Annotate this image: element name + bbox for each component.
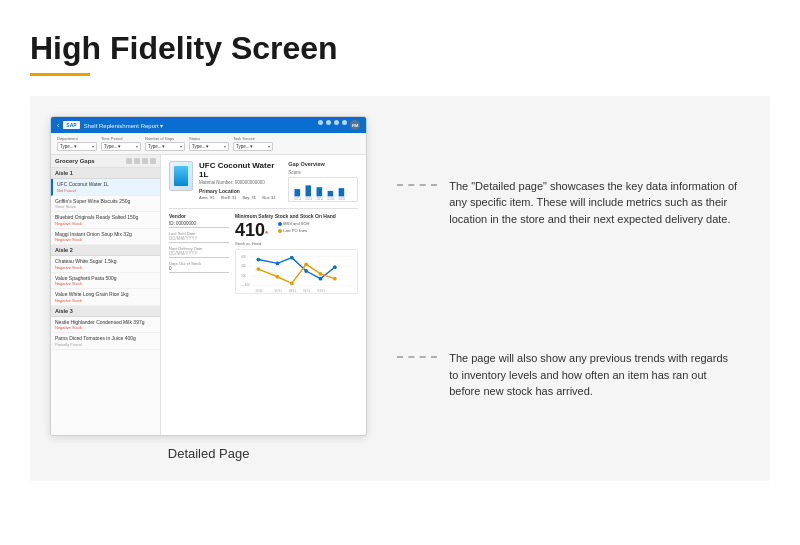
annotation-line-2 — [397, 350, 437, 358]
svg-rect-1 — [306, 185, 312, 196]
svg-text:25/11: 25/11 — [306, 197, 313, 201]
status-filter-label: Status — [189, 136, 229, 141]
title-underline — [30, 73, 90, 76]
svg-rect-2 — [317, 187, 323, 196]
svg-text:01/11: 01/11 — [303, 289, 311, 293]
more-action-icon[interactable] — [142, 158, 148, 164]
sap-topbar: ‹ SAP Shelf Replenishment Report ▾ RM — [51, 117, 366, 133]
list-item[interactable]: Value White Long Grain Rice 1kg Negative… — [51, 289, 160, 306]
divider — [169, 208, 358, 209]
aisle1-header: Aisle 1 — [51, 168, 160, 179]
gaps-select[interactable]: Type...▾ — [145, 142, 185, 151]
department-label: Department — [57, 136, 97, 141]
product-header: UFC Coconut Water 1L Material Number: 00… — [169, 161, 358, 202]
aisle2-header: Aisle 2 — [51, 245, 160, 256]
dashed-line-2 — [397, 356, 437, 358]
annotation-text-1: The "Detailed page" showcases the key da… — [449, 178, 740, 228]
list-item[interactable]: Maggi Instant Onion Soup Mix 32g Negativ… — [51, 229, 160, 246]
svg-text:600: 600 — [241, 255, 246, 259]
product-info: UFC Coconut Water 1L Material Number: 00… — [199, 161, 282, 202]
legend-last-po: Last PO lines — [278, 228, 307, 233]
next-delivery-row: Next Delivery Date DD/MM/YYYY — [169, 246, 229, 258]
gap-overview-label: Gap Overview — [288, 161, 358, 167]
stock-legend: MSS and SOH — [278, 221, 309, 226]
stock-on-hand-label: Stock on Hand — [235, 241, 268, 246]
svg-point-26 — [290, 282, 294, 286]
list-item[interactable]: Nestle Highlander Condensed Milk 397g Ne… — [51, 317, 160, 334]
svg-point-21 — [304, 269, 308, 273]
filter-action-icon[interactable] — [126, 158, 132, 164]
trend-chart-svg: 600 400 200 — 400 — [236, 250, 357, 293]
vendor-id-row: ID: 00000000 — [169, 221, 229, 228]
last-sold-value[interactable]: DD/MM/YYYY — [169, 236, 229, 243]
sap-report-title: Shelf Replenishment Report ▾ — [84, 122, 315, 129]
list-item[interactable]: Pams Diced Tomatoes in Juice 400g Partia… — [51, 333, 160, 350]
last-sold-row: Last Sold Date DD/MM/YYYY — [169, 231, 229, 243]
gap-overview-section: Gap Overview Scans — [288, 161, 358, 202]
sort-action-icon[interactable] — [134, 158, 140, 164]
svg-rect-4 — [339, 188, 345, 196]
legend-dot-orange — [278, 229, 282, 233]
svg-text:03/11: 03/11 — [339, 197, 346, 201]
svg-rect-3 — [328, 191, 334, 197]
primary-location-label: Primary Location — [199, 188, 282, 194]
svg-text:01/11: 01/11 — [328, 197, 335, 201]
product-status: Negative Stock — [55, 281, 156, 286]
svg-text:28/11: 28/11 — [317, 197, 324, 201]
detail-panel: UFC Coconut Water 1L Material Number: 00… — [161, 155, 366, 436]
product-status: Negative Stock — [55, 237, 156, 242]
time-period-select[interactable]: Type...▾ — [101, 142, 141, 151]
min-safety-label: Minimum Safety Stock and Stock On Hand — [235, 213, 358, 219]
location-details: Area: S1 Shelf: 31 Bay: 31 Slot: 31 — [199, 195, 282, 200]
list-item[interactable]: Value Spaghetti Pasta 500g Negative Stoc… — [51, 273, 160, 290]
notifications-icon[interactable] — [342, 120, 347, 125]
product-status: Negative Stock — [55, 265, 156, 270]
svg-point-27 — [304, 262, 308, 266]
last-po-legend: Last PO lines — [278, 228, 309, 233]
location-bay: Bay: 31 — [242, 195, 256, 200]
list-item[interactable]: Griffin's Super Wine Biscuits 250g Store… — [51, 196, 160, 213]
svg-point-19 — [276, 261, 280, 265]
filters-bar: Department Type...▾ Time Period Type...▾… — [51, 133, 366, 155]
status-value: Type... — [192, 144, 206, 149]
sidebar-panel: Grocery Gaps Aisle 1 UFC Coconut Wat — [51, 155, 161, 436]
stock-asterisk: * — [265, 229, 268, 238]
product-status: Store Stock — [55, 204, 156, 209]
list-item[interactable]: Chateau White Sugar 1.5kg Negative Stock — [51, 256, 160, 273]
location-shelf: Shelf: 31 — [221, 195, 237, 200]
big-number-wrapper: 410* Stock on Hand — [235, 221, 268, 246]
list-item[interactable]: UFC Coconut Water 1L Not Found — [51, 179, 160, 196]
department-select[interactable]: Type...▾ — [57, 142, 97, 151]
svg-point-28 — [319, 272, 323, 276]
annotation-block-1: The "Detailed page" showcases the key da… — [397, 178, 740, 228]
trend-chart: 600 400 200 — 400 — [235, 249, 358, 294]
svg-point-29 — [333, 277, 337, 281]
svg-text:03/11: 03/11 — [318, 289, 326, 293]
vendor-label: Vendor — [169, 213, 229, 219]
sap-toolbar-icons: RM — [318, 120, 360, 130]
days-out-row: Days Out of Stock 0 — [169, 261, 229, 273]
collapse-action-icon[interactable] — [150, 158, 156, 164]
task-source-select[interactable]: Type...▾ — [233, 142, 273, 151]
gaps-filter: Number of Gaps Type...▾ — [145, 136, 185, 151]
svg-point-25 — [276, 275, 280, 279]
svg-rect-0 — [295, 189, 301, 196]
svg-text:22/11: 22/11 — [256, 289, 264, 293]
avatar[interactable]: RM — [350, 120, 360, 130]
product-status: Not Found — [57, 188, 156, 193]
search-icon[interactable] — [318, 120, 323, 125]
dashed-line-1 — [397, 184, 437, 186]
svg-text:400: 400 — [241, 264, 246, 268]
svg-point-23 — [333, 265, 337, 269]
status-select[interactable]: Type...▾ — [189, 142, 229, 151]
two-col-section: Vendor ID: 00000000 Last Sold Date DD/MM… — [169, 213, 358, 294]
product-status: Negative Stock — [55, 325, 156, 330]
back-icon[interactable]: ‹ — [57, 122, 59, 129]
settings-icon[interactable] — [326, 120, 331, 125]
annotation-block-2: The page will also show any previous tre… — [397, 350, 740, 400]
location-area: Area: S1 — [199, 195, 215, 200]
next-delivery-value[interactable]: DD/MM/YYYY — [169, 251, 229, 258]
list-item[interactable]: Bluebird Originals Ready Salted 150g Neg… — [51, 212, 160, 229]
department-filter: Department Type...▾ — [57, 136, 97, 151]
share-icon[interactable] — [334, 120, 339, 125]
